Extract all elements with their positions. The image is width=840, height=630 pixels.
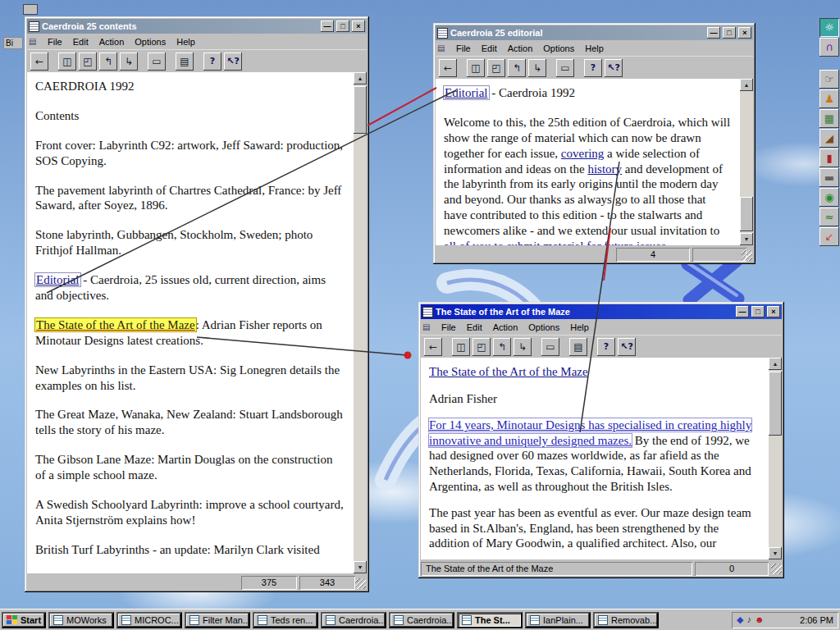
side-tool-compass-icon[interactable]: ☼ — [819, 18, 839, 37]
side-tool-pointer-icon[interactable]: ☞ — [819, 70, 839, 89]
scroll-up-button[interactable]: ▲ — [769, 358, 782, 370]
menu-edit[interactable]: Edit — [462, 322, 487, 333]
scrollbar-thumb[interactable] — [769, 372, 782, 436]
help-button[interactable]: ? — [584, 59, 602, 77]
task-button-moworks[interactable]: MOWorks — [48, 612, 114, 628]
close-button[interactable]: × — [352, 21, 365, 32]
scroll-down-button[interactable]: ▼ — [769, 547, 782, 559]
duplicate-button[interactable]: ▤ — [569, 338, 587, 356]
vertical-scrollbar[interactable]: ▲ ▼ — [769, 358, 782, 559]
back-button[interactable]: ← — [30, 52, 48, 71]
minimize-button[interactable]: — — [321, 21, 334, 32]
window-state-of-the-art[interactable]: The State of the Art of the Maze — □ × ▤… — [418, 302, 784, 578]
link-editorial[interactable]: Editorial — [35, 273, 80, 286]
volume-icon[interactable]: ♪ — [746, 615, 751, 624]
menu-action[interactable]: Action — [503, 43, 538, 54]
document-content[interactable]: The State of the Art of the Maze Adrian … — [421, 358, 769, 559]
open-button[interactable]: ▭ — [556, 59, 574, 77]
scrollbar-thumb[interactable] — [740, 197, 753, 231]
context-help-button[interactable]: ↖? — [605, 59, 623, 77]
maximize-button[interactable]: □ — [751, 306, 765, 317]
resize-grip[interactable] — [355, 578, 366, 589]
link-down-button[interactable]: ↳ — [528, 59, 546, 77]
open-button[interactable]: ▭ — [541, 338, 559, 356]
context-help-button[interactable]: ↖? — [224, 52, 242, 71]
task-button-teds-ren[interactable]: Teds ren... — [253, 612, 318, 628]
side-tool-wave-icon[interactable]: ≈ — [819, 208, 839, 226]
link-up-button[interactable]: ↰ — [508, 59, 526, 77]
scrollbar-track[interactable] — [354, 84, 367, 561]
menu-file[interactable]: File — [43, 36, 67, 48]
link-covering[interactable]: covering — [561, 147, 604, 160]
document-content[interactable]: CAERDROIA 1992 Contents Front cover: Lab… — [27, 72, 354, 573]
task-button-removab[interactable]: Removab... — [593, 612, 659, 628]
copy-link-button[interactable]: ◰ — [487, 59, 505, 77]
titlebar[interactable]: Caerdroia 25 editorial — □ × — [436, 25, 753, 40]
copy-button[interactable]: ◫ — [467, 59, 485, 77]
vertical-scrollbar[interactable]: ▲ ▼ — [740, 79, 753, 245]
scrollbar-track[interactable] — [769, 370, 782, 547]
side-tool-wedge-icon[interactable]: ◢ — [819, 129, 839, 148]
task-button-the-st[interactable]: The St... — [457, 612, 523, 628]
close-button[interactable]: × — [767, 306, 780, 317]
shield-icon[interactable]: ◆ — [737, 615, 743, 624]
back-button[interactable]: ← — [424, 338, 442, 356]
scrollbar-thumb[interactable] — [354, 86, 367, 134]
menu-options[interactable]: Options — [538, 43, 579, 54]
start-button[interactable]: Start — [2, 612, 46, 628]
menu-file[interactable]: File — [436, 322, 461, 333]
maximize-button[interactable]: □ — [723, 27, 736, 39]
menu-edit[interactable]: Edit — [477, 43, 502, 54]
link-history[interactable]: history — [587, 162, 622, 176]
task-button-caerdroia-2[interactable]: Caerdroia... — [389, 612, 454, 628]
copy-button[interactable]: ◫ — [452, 338, 470, 356]
copy-button[interactable]: ◫ — [58, 52, 76, 71]
menu-help[interactable]: Help — [565, 322, 594, 333]
link-down-button[interactable]: ↳ — [514, 338, 532, 356]
scroll-up-button[interactable]: ▲ — [740, 79, 753, 91]
task-button-filter-man[interactable]: Filter Man... — [185, 612, 250, 628]
side-tool-target-icon[interactable]: ◉ — [819, 188, 839, 207]
close-button[interactable]: × — [738, 27, 751, 39]
link-up-button[interactable]: ↰ — [493, 338, 511, 356]
window-caerdroia-contents[interactable]: Caerdroia 25 contents — □ × ▤ File Edit … — [25, 16, 369, 592]
scroll-down-button[interactable]: ▼ — [354, 561, 367, 573]
minimize-button[interactable]: — — [736, 306, 749, 317]
link-up-button[interactable]: ↰ — [99, 52, 117, 71]
alert-icon[interactable]: ☻ — [755, 615, 765, 624]
link-maze-title[interactable]: The State of the Art of the Maze — [429, 365, 588, 378]
menu-action[interactable]: Action — [488, 322, 523, 333]
side-tool-book-icon[interactable]: ▮ — [819, 148, 839, 167]
help-button[interactable]: ? — [597, 338, 615, 356]
open-button[interactable]: ▭ — [148, 52, 166, 71]
titlebar[interactable]: The State of the Art of the Maze — □ × — [421, 304, 782, 319]
help-button[interactable]: ? — [203, 52, 221, 71]
menu-edit[interactable]: Edit — [68, 36, 94, 48]
link-submit-material[interactable]: all of you to submit material for future… — [444, 240, 669, 245]
scrollbar-track[interactable] — [740, 91, 753, 233]
context-help-button[interactable]: ↖? — [618, 338, 636, 356]
menu-help[interactable]: Help — [580, 43, 609, 54]
task-button-microc[interactable]: MICROC... — [116, 612, 182, 628]
link-down-button[interactable]: ↳ — [120, 52, 138, 71]
side-tool-bar-icon[interactable]: ▬ — [819, 168, 839, 187]
titlebar[interactable]: Caerdroia 25 contents — □ × — [27, 19, 367, 34]
scroll-up-button[interactable]: ▲ — [354, 72, 367, 84]
document-content[interactable]: Editorial - Caerdroia 1992 Welcome to th… — [436, 79, 740, 245]
vertical-scrollbar[interactable]: ▲ ▼ — [354, 72, 367, 573]
side-tool-return-icon[interactable]: ↙ — [819, 227, 839, 246]
side-tool-figure-icon[interactable]: ♟ — [819, 89, 839, 108]
menu-options[interactable]: Options — [130, 36, 171, 48]
resize-grip[interactable] — [771, 564, 782, 574]
menu-file[interactable]: File — [451, 43, 476, 54]
copy-link-button[interactable]: ◰ — [472, 338, 491, 356]
scroll-down-button[interactable]: ▼ — [740, 233, 753, 245]
link-editorial-heading[interactable]: Editorial — [444, 86, 489, 99]
task-button-ianplain[interactable]: IanPlain... — [525, 612, 591, 628]
minimize-button[interactable]: — — [707, 27, 720, 39]
back-button[interactable]: ← — [439, 59, 457, 77]
resize-grip[interactable] — [742, 250, 752, 261]
menu-help[interactable]: Help — [171, 36, 200, 48]
copy-link-button[interactable]: ◰ — [79, 52, 97, 71]
side-tool-scene-icon[interactable]: ▦ — [819, 109, 839, 128]
